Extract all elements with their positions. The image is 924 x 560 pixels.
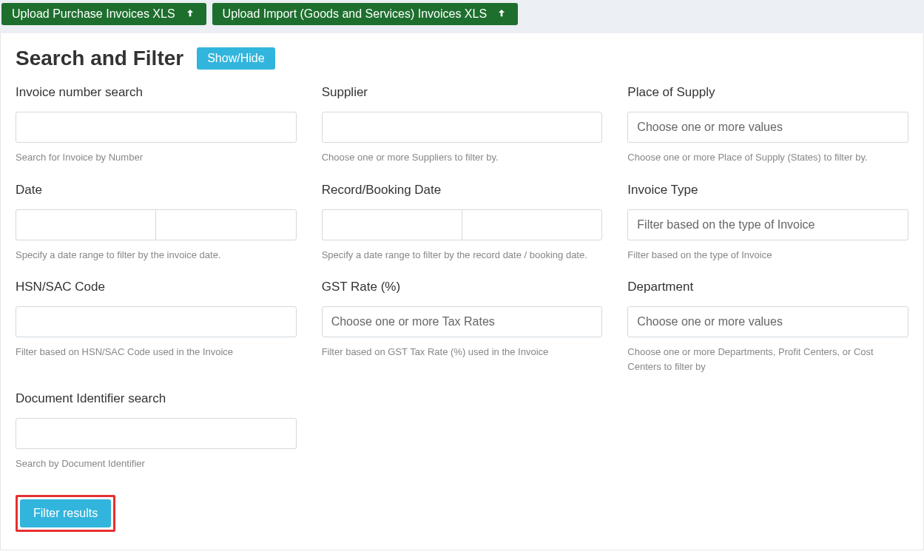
department-field: Department Choose one or more values Cho…	[627, 280, 908, 374]
place-of-supply-select[interactable]: Choose one or more values	[627, 112, 908, 143]
date-to-input[interactable]	[155, 209, 296, 240]
doc-id-label: Document Identifier search	[16, 391, 297, 406]
invoice-type-help: Filter based on the type of Invoice	[627, 248, 908, 263]
gst-rate-select[interactable]: Choose one or more Tax Rates	[322, 306, 603, 337]
empty-cell	[627, 391, 908, 471]
invoice-number-label: Invoice number search	[16, 85, 297, 100]
record-date-label: Record/Booking Date	[322, 183, 603, 198]
invoice-number-input[interactable]	[16, 112, 297, 143]
supplier-select[interactable]	[322, 112, 603, 143]
hsn-field: HSN/SAC Code Filter based on HSN/SAC Cod…	[16, 280, 297, 374]
date-label: Date	[16, 183, 297, 198]
supplier-field: Supplier Choose one or more Suppliers to…	[322, 85, 603, 165]
invoice-type-field: Invoice Type Filter based on the type of…	[627, 183, 908, 263]
place-of-supply-label: Place of Supply	[627, 85, 908, 100]
search-filter-panel: Search and Filter Show/Hide Invoice numb…	[0, 33, 924, 550]
record-date-from-input[interactable]	[322, 209, 462, 240]
department-select[interactable]: Choose one or more values	[627, 306, 908, 337]
upload-purchase-invoices-button[interactable]: Upload Purchase Invoices XLS	[1, 3, 206, 25]
hsn-label: HSN/SAC Code	[16, 280, 297, 294]
invoice-type-select[interactable]: Filter based on the type of Invoice	[627, 209, 908, 240]
record-date-field: Record/Booking Date Specify a date range…	[322, 183, 603, 263]
record-date-to-input[interactable]	[462, 209, 602, 240]
gst-rate-label: GST Rate (%)	[322, 280, 603, 294]
doc-id-input[interactable]	[16, 418, 297, 449]
invoice-type-label: Invoice Type	[627, 183, 908, 198]
gst-rate-field: GST Rate (%) Choose one or more Tax Rate…	[322, 280, 603, 374]
date-range	[16, 209, 297, 240]
date-from-input[interactable]	[16, 209, 155, 240]
filter-grid: Invoice number search Search for Invoice…	[16, 85, 908, 532]
invoice-number-help: Search for Invoice by Number	[16, 150, 297, 165]
supplier-help: Choose one or more Suppliers to filter b…	[322, 150, 603, 165]
doc-id-field: Document Identifier search Search by Doc…	[16, 391, 297, 471]
supplier-label: Supplier	[322, 85, 603, 100]
upload-icon	[494, 7, 509, 21]
upload-import-invoices-button[interactable]: Upload Import (Goods and Services) Invoi…	[212, 3, 519, 25]
hsn-help: Filter based on HSN/SAC Code used in the…	[16, 345, 297, 360]
record-date-help: Specify a date range to filter by the re…	[322, 248, 603, 263]
department-label: Department	[627, 280, 908, 294]
panel-title: Search and Filter	[16, 47, 183, 70]
top-bar: Upload Purchase Invoices XLS Upload Impo…	[0, 0, 924, 33]
filter-button-highlight: Filter results	[16, 495, 115, 532]
place-of-supply-help: Choose one or more Place of Supply (Stat…	[627, 150, 908, 165]
department-help: Choose one or more Departments, Profit C…	[627, 345, 908, 374]
show-hide-button[interactable]: Show/Hide	[197, 47, 274, 70]
filter-button-row: Filter results	[16, 495, 297, 532]
upload-import-label: Upload Import (Goods and Services) Invoi…	[223, 7, 488, 21]
hsn-input[interactable]	[16, 306, 297, 337]
upload-purchase-label: Upload Purchase Invoices XLS	[12, 7, 175, 21]
filter-results-button[interactable]: Filter results	[20, 499, 111, 527]
date-help: Specify a date range to filter by the in…	[16, 248, 297, 263]
invoice-number-field: Invoice number search Search for Invoice…	[16, 85, 297, 165]
upload-icon	[183, 7, 198, 21]
panel-header: Search and Filter Show/Hide	[16, 47, 908, 70]
date-field: Date Specify a date range to filter by t…	[16, 183, 297, 263]
empty-cell	[322, 391, 603, 471]
record-date-range	[322, 209, 603, 240]
doc-id-help: Search by Document Identifier	[16, 456, 297, 471]
place-of-supply-field: Place of Supply Choose one or more value…	[627, 85, 908, 165]
gst-rate-help: Filter based on GST Tax Rate (%) used in…	[322, 345, 603, 360]
